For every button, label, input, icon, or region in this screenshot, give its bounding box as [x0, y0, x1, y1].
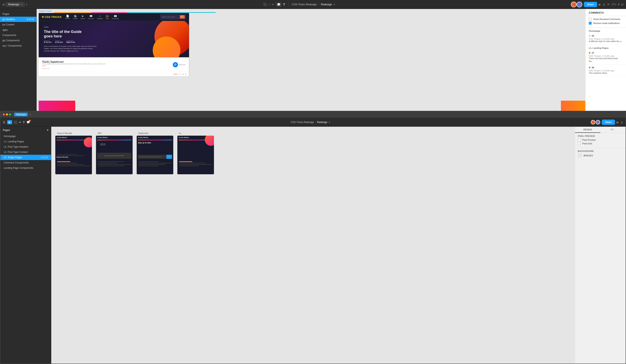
ct-logo: ★ CSS-TRICKS	[41, 15, 62, 18]
page-item-l2[interactable]: L2. Post Type Headers	[0, 144, 51, 150]
dot-red[interactable]	[3, 114, 5, 116]
thumb-content-subscribe	[137, 160, 173, 174]
bottom-window: Redesign + ☰ ▶ ⬛ ✒ T 💬● CSS-Tricks Redes…	[0, 111, 313, 182]
thumb-404[interactable]: ★ CSS-TRICKS 404	[96, 136, 133, 174]
share-label: Share	[173, 73, 178, 75]
guide-description: Here is a description of the guide. Done…	[44, 45, 99, 52]
thumb-label-search: Search Results	[55, 131, 92, 136]
page-item-l3[interactable]: L3. Post Type Content	[0, 150, 51, 155]
grid-icon[interactable]: ⊞	[2, 3, 5, 6]
updated-date: 28 Jan 2018	[55, 41, 63, 43]
main-content: Pages pe Headers 3 of 13 pe Content ages…	[0, 9, 313, 111]
tab-label: Redesign	[8, 3, 19, 6]
thumb-img-a: ★ CSS-TRICKS	[177, 136, 214, 160]
bottom-content: Pages + Homepage L1. Landing Pages L2. P…	[0, 127, 313, 182]
frame-tool[interactable]: ⬛	[263, 3, 267, 6]
bt-move-tool[interactable]: ▶	[7, 120, 12, 124]
bt-comment-tool[interactable]: 💬●	[26, 121, 30, 124]
top-toolbar: ⊞ Redesign ✕ + ⬛ □ ✒ 💬 T CSS-Tricks Rede…	[0, 0, 313, 9]
sidebar-item-pages[interactable]: Pages	[0, 11, 37, 17]
nav-articles: 📄 Articles	[65, 14, 70, 19]
bt-center: CSS-Tricks Redesign / Redesign ▾	[32, 121, 313, 124]
list-item: Subscribe ★ CSS-TRICKS Stay up to date →	[137, 131, 173, 182]
left-sidebar: Pages pe Headers 3 of 13 pe Content ages…	[0, 9, 37, 111]
sidebar-item-ge-components[interactable]: ge Components	[0, 38, 37, 43]
thumb-subscribe[interactable]: ★ CSS-TRICKS Stay up to date →	[137, 136, 173, 174]
comment-tool-active[interactable]: 💬	[276, 2, 282, 7]
ct-search-btn[interactable]: 🔍	[180, 15, 185, 18]
sidebar-item-library[interactable]: ary / Components	[0, 43, 37, 48]
bottom-tab-redesign[interactable]: Redesign	[14, 113, 28, 116]
top-tab[interactable]: Redesign ✕	[6, 2, 25, 7]
sponsor-link[interactable]: Find out more	[42, 68, 50, 69]
text-tool[interactable]: T	[283, 3, 285, 6]
dot-green[interactable]	[9, 114, 11, 116]
bottom-add-tab[interactable]: +	[29, 113, 31, 116]
pages-add-button[interactable]: +	[47, 128, 49, 132]
sponsor-name: Digital Ocean	[66, 41, 75, 43]
facebook-icon[interactable]: f	[179, 73, 180, 75]
bottom-titlebar: Redesign +	[0, 111, 313, 118]
pages-title: Pages	[3, 129, 10, 132]
nav-guides: 📚 Guides	[73, 14, 78, 19]
toolbar-center: ⬛ □ ✒ 💬 T CSS-Tricks Redesign / Redesign…	[29, 2, 313, 7]
thumb-label-404: 404	[96, 131, 133, 136]
linkedin-icon[interactable]: in	[185, 73, 186, 75]
ct-nav-items: 📄 Articles 📚 Guides ▶ Videos 📖	[65, 14, 119, 19]
breadcrumb-project: CSS-Tricks Redesign	[292, 3, 313, 6]
dot-yellow[interactable]	[6, 114, 8, 116]
nav-snippets: ◇ Snippets	[97, 14, 103, 19]
do-icon: D	[173, 62, 178, 67]
bottom-canvas[interactable]: Search Results ★ CSS-TRICKS Search Resul…	[51, 127, 313, 182]
bt-pen-tool[interactable]: ✒	[19, 121, 21, 124]
digitalocean-logo: D DigitalOcean	[173, 62, 186, 67]
tab-close-icon[interactable]: ✕	[21, 3, 22, 6]
email-icon[interactable]: ✉	[182, 73, 184, 75]
ct-search: Search CSS-Tricks 🔍	[160, 14, 186, 20]
sidebar-item-pages2[interactable]: ages	[0, 27, 37, 33]
thumb-content-search	[55, 160, 92, 174]
thumb-content-a	[177, 160, 214, 174]
bt-breadcrumb-project: CSS-Tricks Redesign	[291, 121, 313, 124]
bt-frame-tool[interactable]: ⬛	[14, 121, 17, 124]
add-tab-button[interactable]: +	[26, 3, 28, 6]
thumb-content-404	[96, 160, 133, 174]
share-bar: Share f 𝕥 ✉ in	[39, 72, 189, 77]
twitter-icon[interactable]: 𝕥	[181, 73, 181, 75]
sidebar-badge: 3 of 13	[26, 18, 34, 21]
bt-menu-icon[interactable]: ☰	[3, 121, 5, 124]
sidebar-item-content[interactable]: pe Content	[0, 22, 37, 27]
window-dots	[3, 114, 11, 116]
css-tricks-frame: ★ CSS-TRICKS 📄 Articles 📚 Guides ▶ Vid	[39, 13, 189, 77]
guide-meta: Published 28 Jan 2017 Updated 28 Jan 201…	[44, 40, 184, 43]
thumb-img-404: ★ CSS-TRICKS 404	[96, 136, 133, 160]
guide-title: The title of the Guide goes here	[44, 30, 89, 39]
pages-header: Pages +	[0, 127, 51, 134]
sidebar-item-headers[interactable]: pe Headers 3 of 13	[0, 17, 37, 22]
page-item-landing-components[interactable]: Landing Page Components	[0, 165, 51, 171]
nav-almanac: 📖 Almanac	[88, 14, 94, 19]
canvas-area[interactable]: Super Guide ★ CSS-TRICKS 📄 Articl	[37, 9, 313, 111]
nav-jobs: 💼 Jobs	[106, 14, 109, 19]
page-item-homepage[interactable]: Homepage	[0, 134, 51, 139]
bottom-tab-area: Redesign +	[14, 113, 31, 116]
sponsor-desc: Vivamus sagittis lacus vel augue laoreet…	[42, 63, 108, 67]
thumb-search[interactable]: ★ CSS-TRICKS Search Results	[55, 136, 92, 174]
page-count-l4: 5 of 13	[41, 156, 48, 159]
progress-bar	[39, 12, 216, 13]
guide-tag: Guide	[44, 26, 184, 28]
page-item-l1[interactable]: L1. Landing Pages	[0, 139, 51, 144]
pen-tool[interactable]: ✒	[272, 3, 274, 6]
shape-tool[interactable]: □	[268, 3, 270, 6]
guide-header: Guide The title of the Guide goes here P…	[39, 21, 189, 57]
thumb-a[interactable]: ★ CSS-TRICKS	[177, 136, 214, 174]
bt-text-tool[interactable]: T	[23, 121, 25, 124]
sidebar-item-components[interactable]: Components	[0, 33, 37, 38]
do-name: DigitalOcean	[179, 64, 186, 65]
nav-newsletter: 📧 Newsletter	[112, 14, 119, 19]
search-placeholder: Search CSS-Tricks	[162, 16, 179, 18]
thumb-label-a: A...	[177, 131, 214, 136]
nav-videos: ▶ Videos	[80, 14, 85, 19]
page-item-comment-components[interactable]: Comment Components	[0, 160, 51, 165]
page-item-l4[interactable]: L4. Single Pages 5 of 13	[0, 155, 51, 160]
